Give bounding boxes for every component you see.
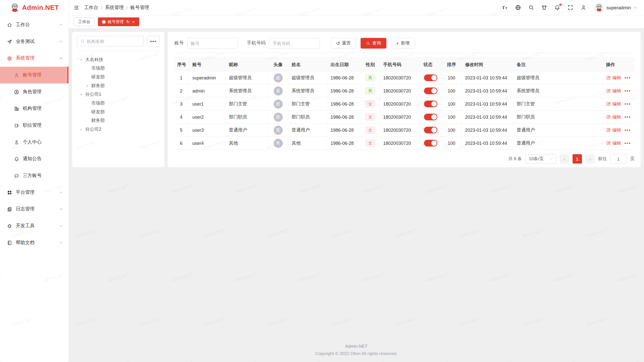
tab-workbench[interactable]: 工作台: [74, 17, 95, 26]
cell-order: 100: [441, 137, 462, 150]
fullscreen[interactable]: [567, 4, 573, 11]
column-header[interactable]: 账号: [189, 58, 225, 71]
edit-button[interactable]: 编辑: [612, 88, 621, 94]
goto-page-input[interactable]: [610, 154, 627, 163]
account-filter-input[interactable]: [187, 38, 238, 49]
gender-tag: 女: [365, 126, 375, 134]
edit-button[interactable]: 编辑: [612, 140, 621, 146]
add-button[interactable]: + 新增: [391, 38, 415, 49]
more-actions-icon[interactable]: ●●●: [624, 128, 631, 132]
status-toggle[interactable]: [424, 87, 437, 94]
status-toggle[interactable]: [424, 140, 437, 147]
tree-node[interactable]: 研发部: [77, 108, 159, 116]
edit-icon[interactable]: [606, 115, 611, 119]
tree-node[interactable]: 财务部: [77, 81, 159, 90]
more-actions-icon[interactable]: ●●●: [624, 142, 631, 145]
breadcrumb-item[interactable]: 系统管理 /: [105, 5, 130, 11]
status-toggle[interactable]: [424, 74, 437, 81]
search[interactable]: [528, 4, 534, 11]
org-search-input[interactable]: [77, 36, 144, 47]
sidebar-item-devtools[interactable]: 开发工具: [0, 217, 68, 234]
sidebar-item-thirdparty[interactable]: 三方账号: [0, 167, 68, 184]
log-icon: [7, 206, 13, 212]
column-header[interactable]: 操作: [602, 58, 635, 71]
edit-icon[interactable]: [606, 128, 611, 132]
sidebar-item-system[interactable]: 系统管理: [0, 50, 68, 67]
language[interactable]: [515, 4, 521, 11]
column-header[interactable]: 排序: [441, 58, 462, 71]
profile[interactable]: [580, 4, 586, 11]
column-header[interactable]: 状态: [420, 58, 441, 71]
user-menu[interactable]: superadmin: [594, 3, 637, 13]
column-header[interactable]: 姓名: [288, 58, 327, 71]
edit-icon[interactable]: [606, 75, 611, 80]
grid-icon: [7, 190, 13, 195]
gender-tag: 女: [365, 140, 375, 147]
tree-node[interactable]: 大名科技: [77, 55, 159, 64]
theme[interactable]: [541, 4, 547, 11]
sidebar-item-workbench[interactable]: 工作台: [0, 16, 68, 33]
sidebar-item-orgs[interactable]: 机构管理: [0, 100, 68, 117]
sidebar-item-positions[interactable]: 职位管理: [0, 117, 68, 134]
font-size[interactable]: [502, 4, 508, 11]
tree-node[interactable]: 研发部: [77, 73, 159, 81]
column-header[interactable]: 序号: [174, 58, 189, 71]
edit-button[interactable]: 编辑: [612, 101, 621, 107]
edit-button[interactable]: 编辑: [612, 114, 621, 120]
column-header[interactable]: 修改时间: [462, 58, 513, 71]
tree-node[interactable]: 财务部: [77, 116, 159, 125]
more-actions-icon[interactable]: ●●●: [624, 102, 631, 106]
breadcrumb-item[interactable]: 账号管理 /: [130, 5, 149, 11]
status-toggle[interactable]: [424, 101, 437, 107]
status-toggle[interactable]: [424, 114, 437, 120]
sidebar-item-profile[interactable]: 个人中心: [0, 134, 68, 151]
avatar: 其: [273, 139, 283, 148]
breadcrumb-item[interactable]: 工作台 /: [84, 5, 105, 11]
next-page-button[interactable]: ›: [585, 154, 595, 163]
page-1-button[interactable]: 1: [573, 154, 582, 163]
column-header[interactable]: 备注: [513, 58, 602, 71]
org-tree-panel: ●●● 大名科技 市场部: [72, 32, 165, 167]
edit-icon[interactable]: [606, 141, 611, 146]
more-actions-icon[interactable]: ●●●: [624, 76, 631, 79]
phone-filter-input[interactable]: [269, 38, 320, 49]
sidebar-item-accounts[interactable]: 账号管理: [0, 67, 68, 83]
sidebar-item-platform[interactable]: 平台管理: [0, 184, 68, 201]
tab-close-icon[interactable]: ×: [132, 20, 135, 24]
chevron-icon: [59, 39, 63, 43]
chevron-icon: [59, 56, 63, 60]
tab-refresh-icon[interactable]: ↻: [126, 20, 130, 24]
tree-node[interactable]: 分公司1: [77, 90, 159, 99]
edit-icon[interactable]: [606, 102, 611, 106]
tree-node[interactable]: 市场部: [77, 99, 159, 108]
more-actions-icon[interactable]: ●●●: [624, 115, 631, 119]
sidebar-item-biz-test[interactable]: 业务测试: [0, 33, 68, 50]
page-size-select[interactable]: 10条/页: [525, 154, 556, 163]
edit-icon[interactable]: [606, 88, 611, 93]
collapse-sidebar-icon[interactable]: [73, 5, 79, 11]
sidebar-item-help[interactable]: 帮助文档: [0, 234, 68, 251]
cell-nickname: 普通用户: [225, 123, 268, 137]
column-header[interactable]: 手机号码: [380, 58, 420, 71]
edit-button[interactable]: 编辑: [612, 75, 621, 81]
search-button[interactable]: 查询: [360, 38, 386, 49]
sidebar-item-roles[interactable]: 角色管理: [0, 83, 68, 100]
tree-node[interactable]: 分公司2: [77, 125, 159, 134]
tab-account-management[interactable]: 账号管理 ↻ ×: [98, 17, 139, 26]
column-header[interactable]: 头像: [268, 58, 288, 71]
tree-more-button[interactable]: ●●●: [147, 36, 160, 47]
column-header[interactable]: 昵称: [225, 58, 268, 71]
column-header[interactable]: 出生日期: [327, 58, 361, 71]
org-name-field[interactable]: [87, 39, 140, 44]
sidebar-item-notices[interactable]: 通知公告: [0, 151, 68, 167]
column-header[interactable]: 性别: [361, 58, 380, 71]
tools-icon: [7, 223, 13, 229]
sidebar-item-logs[interactable]: 日志管理: [0, 201, 68, 218]
reset-button[interactable]: ↺ 重置: [331, 38, 356, 49]
status-toggle[interactable]: [424, 127, 437, 133]
tree-node[interactable]: 市场部: [77, 64, 159, 73]
more-actions-icon[interactable]: ●●●: [624, 89, 631, 93]
edit-button[interactable]: 编辑: [612, 127, 621, 133]
notification[interactable]: [554, 4, 560, 11]
prev-page-button[interactable]: ‹: [560, 154, 569, 163]
